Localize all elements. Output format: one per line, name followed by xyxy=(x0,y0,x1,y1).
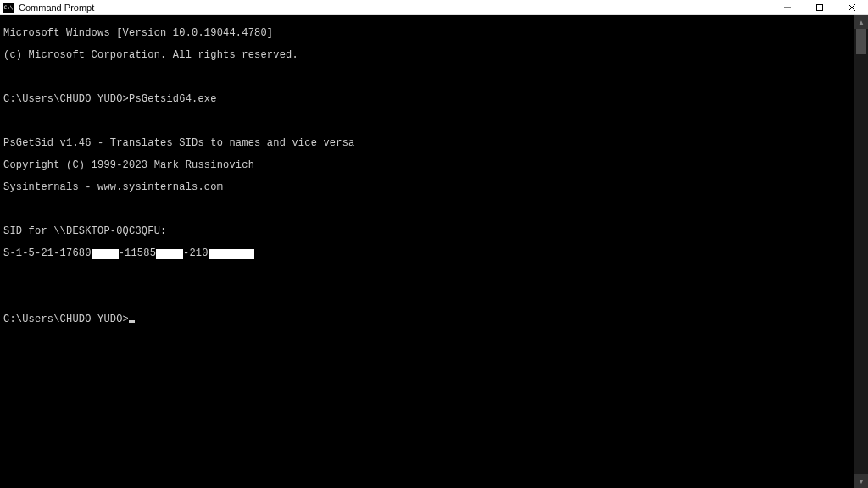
close-button[interactable] xyxy=(836,0,868,14)
blank-line xyxy=(3,270,865,281)
output-line: PsGetSid v1.46 - Translates SIDs to name… xyxy=(3,138,865,149)
cmd-icon xyxy=(3,3,14,13)
output-line: Sysinternals - www.sysinternals.com xyxy=(3,182,865,193)
scroll-thumb[interactable] xyxy=(856,29,866,54)
blank-line xyxy=(3,116,865,127)
terminal-output: Microsoft Windows [Version 10.0.19044.47… xyxy=(0,15,868,349)
window-titlebar[interactable]: Command Prompt xyxy=(0,0,868,15)
output-line: Copyright (C) 1999-2023 Mark Russinovich xyxy=(3,160,865,171)
window-controls xyxy=(771,0,868,14)
minimize-button[interactable] xyxy=(771,0,804,14)
scroll-up-arrow-icon[interactable]: ▲ xyxy=(854,15,868,29)
vertical-scrollbar[interactable]: ▲ ▼ xyxy=(854,15,868,488)
blank-line xyxy=(3,292,865,303)
blank-line xyxy=(3,72,865,83)
output-line: (c) Microsoft Corporation. All rights re… xyxy=(3,50,865,61)
redacted-block xyxy=(92,249,119,259)
svg-rect-1 xyxy=(817,4,823,10)
sid-line: S-1-5-21-17680-11585-210 xyxy=(3,248,865,259)
output-line: SID for \\DESKTOP-0QC3QFU: xyxy=(3,226,865,237)
titlebar-left: Command Prompt xyxy=(3,3,94,13)
maximize-button[interactable] xyxy=(804,0,836,14)
prompt-line: C:\Users\CHUDO YUDO> xyxy=(3,314,865,325)
blank-line xyxy=(3,204,865,215)
redacted-block xyxy=(156,249,183,259)
scroll-down-arrow-icon[interactable]: ▼ xyxy=(854,474,868,488)
output-line: Microsoft Windows [Version 10.0.19044.47… xyxy=(3,28,865,39)
redacted-block xyxy=(209,249,254,259)
cursor-icon xyxy=(129,320,135,323)
terminal-viewport[interactable]: Microsoft Windows [Version 10.0.19044.47… xyxy=(0,15,868,488)
prompt-line: C:\Users\CHUDO YUDO>PsGetsid64.exe xyxy=(3,94,865,105)
window-title: Command Prompt xyxy=(19,3,94,13)
scroll-track[interactable] xyxy=(854,29,868,474)
